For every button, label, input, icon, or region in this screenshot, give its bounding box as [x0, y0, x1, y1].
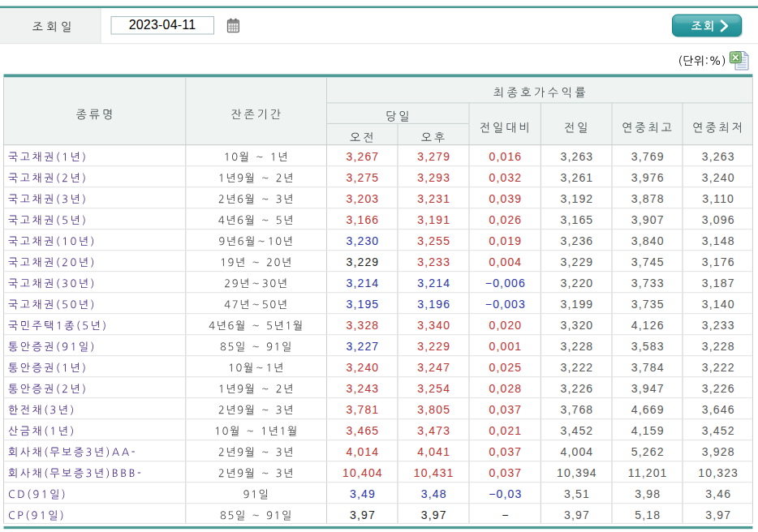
svg-text:3,140: 3,140: [702, 298, 735, 311]
svg-text:3,176: 3,176: [702, 255, 735, 268]
svg-text:−0,03: −0,03: [489, 487, 522, 500]
svg-text:3,247: 3,247: [417, 361, 450, 374]
svg-text:3,229: 3,229: [561, 255, 594, 268]
svg-text:3,222: 3,222: [702, 361, 735, 374]
svg-text:3,263: 3,263: [702, 150, 735, 163]
svg-text:5,262: 5,262: [631, 445, 665, 458]
svg-text:3,228: 3,228: [702, 340, 735, 353]
svg-text:2023-04-11: 2023-04-11: [129, 18, 196, 32]
svg-text:3,110: 3,110: [702, 192, 734, 205]
svg-text:3,473: 3,473: [417, 424, 450, 437]
svg-text:0,025: 0,025: [489, 361, 523, 374]
svg-text:4,041: 4,041: [417, 445, 450, 458]
svg-text:0,021: 0,021: [489, 424, 523, 437]
svg-text:0,016: 0,016: [489, 150, 523, 163]
svg-text:3,229: 3,229: [417, 340, 450, 353]
svg-text:0,037: 0,037: [489, 466, 523, 479]
svg-text:4,159: 4,159: [631, 424, 665, 437]
svg-text:3,195: 3,195: [347, 298, 380, 311]
svg-text:0,020: 0,020: [489, 319, 523, 332]
svg-text:3,230: 3,230: [347, 234, 380, 247]
svg-text:3,328: 3,328: [347, 319, 380, 332]
svg-text:3,240: 3,240: [347, 361, 380, 374]
svg-text:3,97: 3,97: [705, 508, 731, 521]
svg-text:3,279: 3,279: [417, 150, 450, 163]
svg-text:3,768: 3,768: [561, 403, 594, 416]
svg-text:3,096: 3,096: [702, 213, 735, 226]
svg-text:3,228: 3,228: [561, 340, 594, 353]
svg-text:11,201: 11,201: [628, 466, 668, 479]
svg-text:3,97: 3,97: [421, 508, 447, 521]
svg-text:3,452: 3,452: [561, 424, 594, 437]
svg-text:3,233: 3,233: [702, 319, 735, 332]
svg-text:−0,006: −0,006: [485, 277, 526, 290]
svg-text:0,028: 0,028: [489, 382, 523, 395]
svg-text:3,229: 3,229: [347, 255, 380, 268]
svg-text:3,48: 3,48: [421, 487, 447, 500]
svg-text:3,928: 3,928: [702, 445, 735, 458]
svg-text:3,255: 3,255: [417, 234, 450, 247]
svg-text:3,254: 3,254: [417, 382, 450, 395]
svg-text:10,323: 10,323: [698, 466, 739, 479]
svg-text:3,805: 3,805: [417, 403, 450, 416]
svg-text:3,214: 3,214: [347, 277, 380, 290]
svg-text:3,196: 3,196: [417, 298, 450, 311]
svg-text:4,014: 4,014: [347, 445, 380, 458]
svg-text:3,97: 3,97: [564, 508, 590, 521]
svg-text:0,032: 0,032: [489, 171, 523, 184]
svg-text:3,275: 3,275: [347, 171, 380, 184]
svg-text:10,404: 10,404: [342, 466, 383, 479]
svg-text:0,019: 0,019: [489, 234, 523, 247]
svg-text:3,947: 3,947: [631, 382, 665, 395]
svg-text:3,263: 3,263: [561, 150, 594, 163]
svg-text:3,878: 3,878: [631, 192, 665, 205]
svg-text:3,340: 3,340: [417, 319, 450, 332]
svg-text:−0,003: −0,003: [485, 298, 526, 311]
svg-text:3,226: 3,226: [561, 382, 594, 395]
svg-text:3,236: 3,236: [561, 234, 594, 247]
svg-text:3,233: 3,233: [417, 255, 450, 268]
svg-text:3,231: 3,231: [417, 192, 450, 205]
svg-text:0,026: 0,026: [489, 213, 523, 226]
svg-text:3,192: 3,192: [561, 192, 594, 205]
svg-text:10,431: 10,431: [414, 466, 454, 479]
svg-text:3,784: 3,784: [631, 361, 665, 374]
svg-text:3,46: 3,46: [705, 487, 731, 500]
svg-text:3,243: 3,243: [347, 382, 380, 395]
svg-text:3,187: 3,187: [702, 277, 735, 290]
svg-text:3,452: 3,452: [702, 424, 735, 437]
svg-text:4,669: 4,669: [631, 403, 665, 416]
svg-text:0,037: 0,037: [489, 403, 523, 416]
svg-text:3,214: 3,214: [417, 277, 450, 290]
svg-text:10,394: 10,394: [557, 466, 597, 479]
svg-text:3,227: 3,227: [347, 340, 380, 353]
svg-text:4,126: 4,126: [631, 319, 665, 332]
svg-text:0,004: 0,004: [489, 255, 523, 268]
svg-text:3,240: 3,240: [702, 171, 735, 184]
svg-text:3,293: 3,293: [417, 171, 450, 184]
svg-text:−: −: [502, 508, 509, 521]
svg-text:3,51: 3,51: [564, 487, 590, 500]
svg-text:3,98: 3,98: [635, 487, 661, 500]
svg-text:3,465: 3,465: [347, 424, 380, 437]
svg-text:5,18: 5,18: [635, 508, 661, 521]
svg-text:3,49: 3,49: [350, 487, 376, 500]
svg-text:3,769: 3,769: [631, 150, 665, 163]
svg-text:3,191: 3,191: [417, 213, 450, 226]
svg-text:3,222: 3,222: [561, 361, 594, 374]
svg-text:3,976: 3,976: [631, 171, 665, 184]
svg-text:3,220: 3,220: [561, 277, 594, 290]
svg-text:0,001: 0,001: [489, 340, 523, 353]
svg-text:3,320: 3,320: [561, 319, 594, 332]
svg-text:0,037: 0,037: [489, 445, 523, 458]
svg-text:3,745: 3,745: [631, 255, 665, 268]
svg-text:3,97: 3,97: [350, 508, 376, 521]
svg-text:3,166: 3,166: [347, 213, 380, 226]
svg-text:3,646: 3,646: [702, 403, 735, 416]
svg-text:3,907: 3,907: [631, 213, 665, 226]
svg-text:3,840: 3,840: [631, 234, 665, 247]
svg-text:3,203: 3,203: [347, 192, 380, 205]
svg-text:3,165: 3,165: [561, 213, 594, 226]
svg-text:3,148: 3,148: [702, 234, 735, 247]
svg-text:3,735: 3,735: [631, 298, 665, 311]
